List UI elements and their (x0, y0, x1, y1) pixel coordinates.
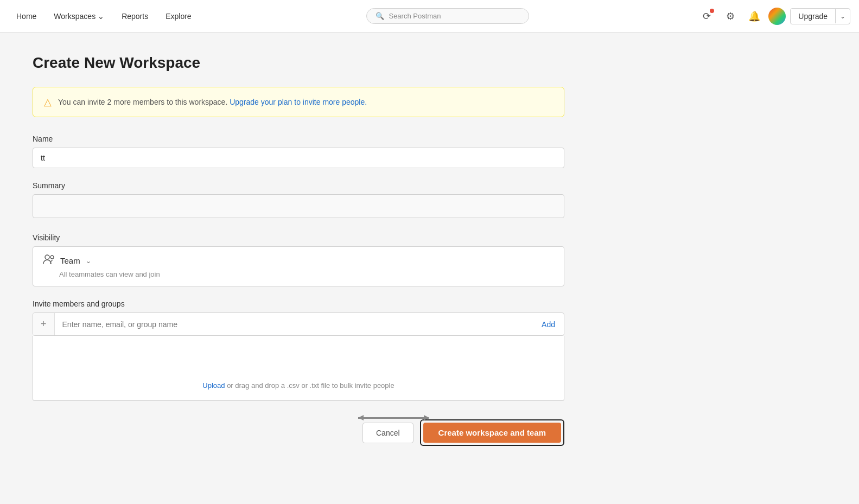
name-group: Name (33, 135, 564, 168)
nav-search-area: 🔍 Search Postman (199, 8, 697, 24)
invite-input[interactable] (55, 315, 533, 334)
banner-text: You can invite 2 more members to this wo… (58, 98, 230, 106)
nav-home[interactable]: Home (9, 8, 44, 25)
summary-input[interactable] (33, 194, 564, 218)
form-footer: Cancel Create workspace and team (33, 414, 564, 446)
svg-point-1 (50, 256, 54, 259)
add-button[interactable]: Add (533, 315, 564, 334)
visibility-label: Visibility (33, 233, 564, 242)
main-content: Create New Workspace △ You can invite 2 … (0, 33, 705, 468)
search-placeholder: Search Postman (389, 12, 441, 20)
settings-icon-btn[interactable]: ⚙ (721, 7, 740, 26)
drag-drop-suffix: or drag and drop a .csv or .txt file to … (225, 381, 394, 390)
summary-group: Summary (33, 181, 564, 220)
cancel-button[interactable]: Cancel (362, 423, 413, 443)
team-icon (43, 254, 55, 267)
visibility-box: Team ⌄ All teammates can view and join (33, 246, 564, 286)
create-workspace-form: Name Summary Visibility (33, 135, 564, 446)
avatar[interactable] (768, 8, 786, 25)
search-icon: 🔍 (376, 12, 384, 20)
upload-link[interactable]: Upload (202, 381, 225, 390)
summary-label: Summary (33, 181, 564, 190)
warning-banner: △ You can invite 2 more members to this … (33, 87, 564, 117)
drag-drop-area[interactable]: Upload or drag and drop a .csv or .txt f… (33, 336, 564, 401)
sync-badge (710, 9, 714, 13)
explore-label: Explore (166, 12, 191, 21)
invite-input-row: + Add (33, 312, 564, 336)
plus-icon: + (33, 313, 55, 335)
navbar: Home Workspaces ⌄ Reports Explore 🔍 Sear… (0, 0, 859, 33)
nav-workspaces[interactable]: Workspaces ⌄ (46, 8, 112, 25)
create-button-annotation: Create workspace and team (420, 419, 564, 446)
name-input[interactable] (33, 148, 564, 168)
upgrade-chevron-icon: ⌄ (835, 9, 850, 23)
visibility-selector[interactable]: Team ⌄ (43, 254, 554, 267)
notifications-icon-btn[interactable]: 🔔 (745, 7, 764, 26)
create-workspace-button[interactable]: Create workspace and team (423, 423, 561, 443)
nav-reports[interactable]: Reports (114, 8, 156, 25)
upgrade-button[interactable]: Upgrade ⌄ (790, 8, 850, 24)
invite-label: Invite members and groups (33, 299, 564, 308)
warning-text: You can invite 2 more members to this wo… (58, 98, 367, 106)
bell-icon: 🔔 (748, 10, 760, 22)
svg-point-0 (45, 255, 49, 259)
upgrade-link[interactable]: Upgrade your plan to invite more people. (230, 98, 367, 106)
nav-right: ⟳ ⚙ 🔔 Upgrade ⌄ (697, 7, 850, 26)
team-description: All teammates can view and join (59, 270, 554, 278)
upgrade-label: Upgrade (791, 9, 835, 24)
search-box[interactable]: 🔍 Search Postman (366, 8, 529, 24)
page-title: Create New Workspace (33, 54, 673, 72)
workspaces-label: Workspaces (54, 12, 96, 21)
home-label: Home (16, 12, 36, 21)
name-label: Name (33, 135, 564, 143)
visibility-chevron-icon: ⌄ (86, 257, 91, 265)
chevron-down-icon: ⌄ (98, 12, 104, 21)
invite-group: Invite members and groups + Add Upload o… (33, 299, 564, 401)
drag-drop-text: Upload or drag and drop a .csv or .txt f… (202, 381, 394, 390)
visibility-group: Visibility Team ⌄ All team (33, 233, 564, 286)
reports-label: Reports (122, 12, 148, 21)
team-label: Team (60, 256, 80, 265)
nav-explore[interactable]: Explore (158, 8, 199, 25)
gear-icon: ⚙ (726, 10, 735, 22)
nav-left: Home Workspaces ⌄ Reports Explore (9, 8, 199, 25)
sync-icon-btn[interactable]: ⟳ (697, 7, 716, 26)
warning-icon: △ (44, 96, 52, 108)
